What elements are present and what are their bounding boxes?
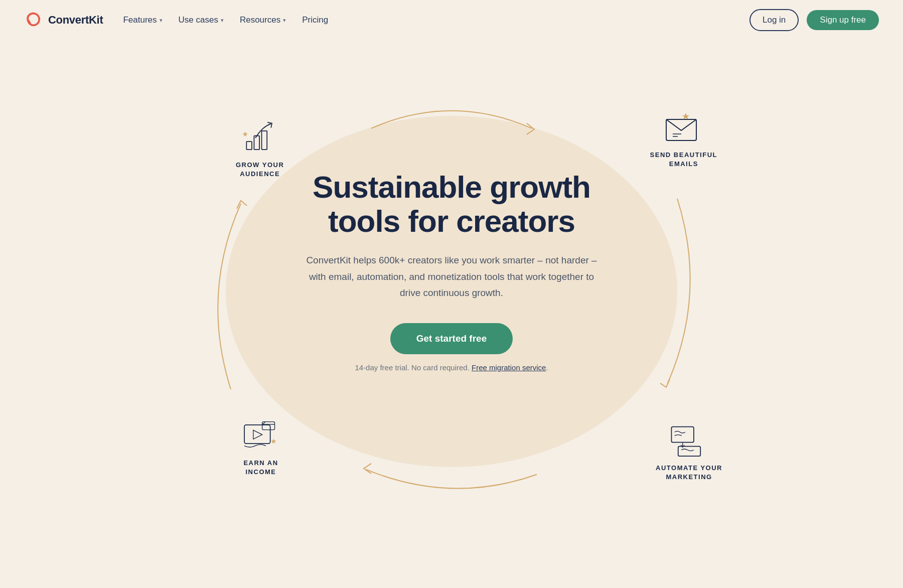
- svg-rect-2: [262, 131, 267, 150]
- nav-features[interactable]: Features ▾: [123, 15, 162, 25]
- nav-usecases[interactable]: Use cases ▾: [179, 15, 224, 25]
- send-emails-label: SEND BEAUTIFULEMAILS: [650, 151, 717, 169]
- send-emails-icon: [664, 110, 704, 145]
- hero-title: Sustainable growth tools for creators: [291, 170, 612, 238]
- svg-rect-6: [244, 424, 270, 443]
- chevron-down-icon: ▾: [283, 17, 286, 24]
- feature-automate-marketing: AUTOMATE YOURMARKETING: [656, 423, 722, 482]
- grow-audience-icon: [240, 120, 280, 156]
- chevron-down-icon: ▾: [221, 17, 224, 24]
- svg-rect-0: [246, 141, 252, 150]
- svg-marker-7: [253, 430, 262, 439]
- nav-right: Log in Sign up free: [749, 9, 879, 31]
- hero-center: Sustainable growth tools for creators Co…: [281, 170, 622, 372]
- navbar: ConvertKit Features ▾ Use cases ▾ Resour…: [0, 0, 903, 40]
- feature-grow-audience: GROW YOURAUDIENCE: [236, 120, 284, 179]
- nav-links: Features ▾ Use cases ▾ Resources ▾ Prici…: [123, 15, 328, 25]
- nav-left: ConvertKit Features ▾ Use cases ▾ Resour…: [24, 11, 328, 30]
- automate-marketing-label: AUTOMATE YOURMARKETING: [656, 464, 722, 482]
- hero-section: GROW YOURAUDIENCE SEND BEAUTIFULEMAILS S…: [0, 40, 903, 522]
- nav-pricing[interactable]: Pricing: [302, 15, 328, 25]
- logo-text: ConvertKit: [48, 14, 103, 27]
- feature-send-emails: SEND BEAUTIFULEMAILS: [650, 110, 717, 169]
- svg-rect-12: [678, 446, 700, 456]
- cta-button[interactable]: Get started free: [390, 323, 513, 354]
- login-button[interactable]: Log in: [749, 9, 799, 31]
- logo[interactable]: ConvertKit: [24, 11, 103, 30]
- signup-button[interactable]: Sign up free: [807, 10, 879, 30]
- hero-footnote: 14-day free trial. No card required. Fre…: [291, 363, 612, 372]
- chevron-down-icon: ▾: [160, 17, 163, 24]
- hero-subtitle: ConvertKit helps 600k+ creators like you…: [306, 252, 597, 301]
- migration-link[interactable]: Free migration service: [472, 363, 546, 372]
- automate-marketing-icon: [669, 423, 709, 459]
- feature-earn-income: EARN ANINCOME: [241, 418, 281, 477]
- earn-income-label: EARN ANINCOME: [243, 459, 278, 477]
- svg-rect-10: [671, 426, 693, 442]
- grow-audience-label: GROW YOURAUDIENCE: [236, 161, 284, 179]
- svg-rect-1: [254, 136, 260, 150]
- nav-resources[interactable]: Resources ▾: [240, 15, 286, 25]
- logo-icon: [24, 11, 43, 30]
- earn-income-icon: [241, 418, 281, 454]
